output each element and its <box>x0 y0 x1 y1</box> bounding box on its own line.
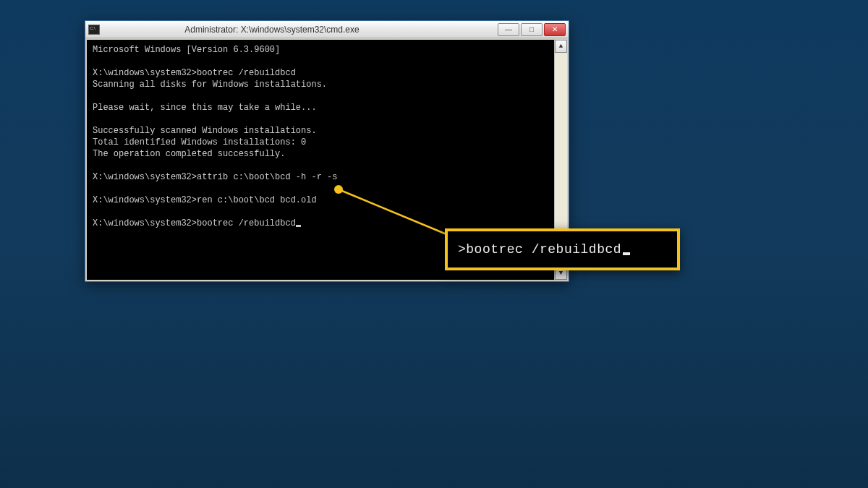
window-title: Administrator: X:\windows\system32\cmd.e… <box>46 25 498 35</box>
cmd-icon <box>88 25 100 35</box>
scroll-up-button[interactable]: ▲ <box>555 40 567 53</box>
command-callout: >bootrec /rebuildbcd <box>445 228 680 270</box>
titlebar[interactable]: Administrator: X:\windows\system32\cmd.e… <box>85 21 569 38</box>
callout-cursor <box>623 252 630 255</box>
maximize-button[interactable]: □ <box>521 23 542 36</box>
callout-text: >bootrec /rebuildbcd <box>458 242 621 257</box>
minimize-button[interactable]: — <box>498 23 519 36</box>
window-controls: — □ ✕ <box>498 23 566 36</box>
terminal-cursor <box>296 225 301 227</box>
close-button[interactable]: ✕ <box>544 23 566 36</box>
